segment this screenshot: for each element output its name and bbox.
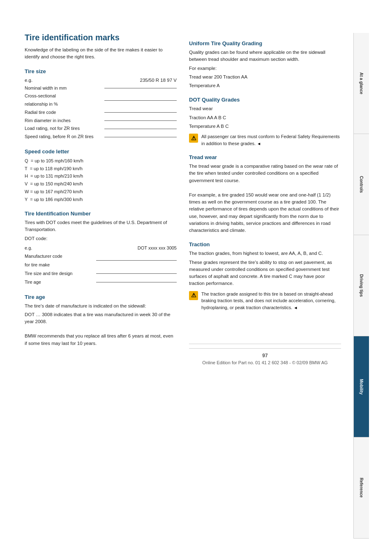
left-column: Tire identification marks Knowledge of t… <box>25 33 177 539</box>
sidebar-tab-mobility[interactable]: Mobility <box>354 336 369 437</box>
dot-line-2 <box>96 273 177 274</box>
eg-label: e.g. <box>25 78 32 83</box>
dot-table: e.g. DOT xxxx xxx 3005 Manufacturer code… <box>25 245 177 287</box>
utqg-para3: Tread wear 200 Traction AA <box>189 74 341 81</box>
sidebar-tab-controls[interactable]: Controls <box>354 134 369 235</box>
footer-area: 97 Online Edition for Part no. 01 41 2 6… <box>189 344 341 373</box>
tire-size-label-6: Speed rating, before R on ZR tires <box>25 133 103 141</box>
dot-quality-line2: Traction AA A B C <box>189 114 341 121</box>
triangle-marker-2: ◄ <box>293 305 297 310</box>
tire-size-row-1: Nominal width in mm <box>25 84 177 92</box>
dot-quality-warning-box: ⚠ All passenger car tires must conform t… <box>189 133 341 147</box>
dot-eg-label: e.g. <box>25 245 32 250</box>
right-column: Uniform Tire Quality Grading Quality gra… <box>189 33 341 539</box>
warning-icon-2: ⚠ <box>189 291 198 300</box>
utqg-title: Uniform Tire Quality Grading <box>189 40 341 46</box>
utqg-para4: Temperature A <box>189 82 341 89</box>
tire-size-row-2: Cross-sectionalrelationship in % <box>25 92 177 109</box>
utqg-para1: Quality grades can be found where applic… <box>189 49 341 63</box>
tire-age-para1: The tire's date of manufacture is indica… <box>25 303 177 310</box>
speed-code-v: V = up to 150 mph/240 km/h <box>25 180 177 188</box>
dot-row-2: Tire size and tire design <box>25 269 177 278</box>
tire-size-line-1 <box>104 88 177 88</box>
speed-code-w: W = up to 167 mph/270 km/h <box>25 188 177 196</box>
dot-line-1 <box>96 260 177 261</box>
dot-label-2: Tire size and tire design <box>25 269 95 278</box>
dot-eg-row: e.g. DOT xxxx xxx 3005 <box>25 245 177 250</box>
tire-size-table: e.g. 235/50 R 18 97 V Nominal width in m… <box>25 78 177 141</box>
tread-wear-para1: The tread wear grade is a comparative ra… <box>189 163 341 184</box>
dot-eg-value: DOT xxxx xxx 3005 <box>138 245 177 250</box>
tire-size-line-2 <box>104 100 177 101</box>
sidebar-tab-driving-tips[interactable]: Driving tips <box>354 235 369 336</box>
dot-row-3: Tire age <box>25 278 177 287</box>
tire-size-label-5: Load rating, not for ZR tires <box>25 125 103 133</box>
tire-size-eg-row: e.g. 235/50 R 18 97 V <box>25 78 177 83</box>
tire-size-line-5 <box>104 129 177 129</box>
tire-size-row-6: Speed rating, before R on ZR tires <box>25 133 177 141</box>
tire-size-label-3: Radial tire code <box>25 109 103 117</box>
tread-wear-para2: For example, a tire graded 150 would wea… <box>189 192 341 234</box>
tire-id-title: Tire Identification Number <box>25 210 177 217</box>
speed-code-title: Speed code letter <box>25 148 177 155</box>
dot-line-3 <box>96 282 177 282</box>
triangle-marker-1: ◄ <box>257 141 261 146</box>
tire-size-label-4: Rim diameter in inches <box>25 117 103 125</box>
utqg-para2: For example: <box>189 65 341 72</box>
sidebar-tab-reference[interactable]: Reference <box>354 437 369 539</box>
tire-size-label-2: Cross-sectionalrelationship in % <box>25 92 103 109</box>
tire-age-title: Tire age <box>25 294 177 300</box>
speed-code-h: H = up to 131 mph/210 km/h <box>25 172 177 180</box>
speed-code-y: Y = up to 186 mph/300 km/h <box>25 196 177 204</box>
sidebar-tab-at-a-glance[interactable]: At a glance <box>354 33 369 134</box>
dot-quality-line1: Tread wear <box>189 105 341 112</box>
dot-quality-line3: Temperature A B C <box>189 123 341 130</box>
tire-size-label-1: Nominal width in mm <box>25 84 103 92</box>
dot-label-3: Tire age <box>25 278 95 287</box>
traction-para1: The traction grades, from highest to low… <box>189 250 341 257</box>
tire-id-para1: Tires with DOT codes meet the guidelines… <box>25 219 177 234</box>
tire-size-line-3 <box>104 112 177 113</box>
footer: 97 Online Edition for Part no. 01 41 2 6… <box>189 348 341 373</box>
tire-size-row-4: Rim diameter in inches <box>25 117 177 125</box>
dot-label: DOT code: <box>25 235 177 242</box>
warning-icon-1: ⚠ <box>189 134 198 143</box>
sidebar: At a glance Controls Driving tips Mobili… <box>353 33 369 539</box>
traction-title: Traction <box>189 241 341 247</box>
tire-size-title: Tire size <box>25 68 177 74</box>
dot-row-1: Manufacturer codefor tire make <box>25 252 177 269</box>
tire-size-line-4 <box>104 120 177 121</box>
dot-label-1: Manufacturer codefor tire make <box>25 252 95 269</box>
tire-size-row-3: Radial tire code <box>25 109 177 117</box>
speed-code-t: T = up to 118 mph/190 km/h <box>25 165 177 173</box>
dot-quality-warning-text: All passenger car tires must conform to … <box>201 133 341 147</box>
eg-value: 235/50 R 18 97 V <box>140 78 177 83</box>
speed-code-q: Q = up to 105 mph/160 km/h <box>25 157 177 165</box>
traction-warning-text: The traction grade assigned to this tire… <box>201 291 341 311</box>
tire-age-para2: DOT … 3008 indicates that a tire was man… <box>25 311 177 326</box>
intro-text: Knowledge of the labeling on the side of… <box>25 46 177 61</box>
page-number: 97 <box>189 353 341 358</box>
tire-size-row-5: Load rating, not for ZR tires <box>25 125 177 133</box>
speed-codes-list: Q = up to 105 mph/160 km/h T = up to 118… <box>25 157 177 203</box>
traction-warning-box: ⚠ The traction grade assigned to this ti… <box>189 291 341 311</box>
dot-quality-title: DOT Quality Grades <box>189 97 341 103</box>
traction-para2: These grades represent the tire's abilit… <box>189 259 341 287</box>
tire-size-line-6 <box>104 137 177 137</box>
page-title: Tire identification marks <box>25 33 177 42</box>
tire-age-para3: BMW recommends that you replace all tire… <box>25 333 177 347</box>
footer-text: Online Edition for Part no. 01 41 2 602 … <box>189 360 341 365</box>
tread-wear-title: Tread wear <box>189 154 341 160</box>
footer-divider <box>189 344 341 344</box>
